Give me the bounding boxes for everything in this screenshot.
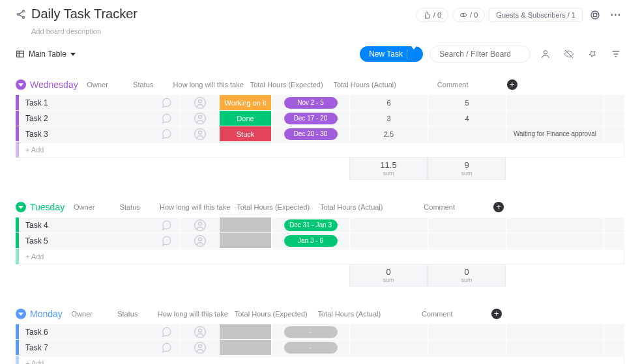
owner-cell[interactable] (180, 233, 219, 248)
col-header-status[interactable]: Status (117, 74, 169, 95)
actual-cell[interactable] (428, 217, 506, 232)
expected-cell[interactable] (349, 233, 428, 248)
comment-cell[interactable] (506, 233, 604, 248)
col-header-owner[interactable]: Owner (78, 74, 117, 95)
share-icon[interactable] (16, 9, 26, 20)
table-row[interactable]: Task 2 Done Dec 17 - 20 3 4 (16, 111, 624, 126)
group-collapse-toggle[interactable] (16, 309, 26, 319)
actual-cell[interactable]: 5 (428, 95, 506, 110)
actual-cell[interactable] (428, 324, 506, 339)
timeline-cell[interactable]: Dec 20 - 30 (271, 126, 349, 141)
expected-cell[interactable] (349, 217, 428, 232)
col-header-owner[interactable]: Owner (63, 303, 102, 324)
chat-icon[interactable] (153, 126, 180, 141)
add-row[interactable]: + Add (16, 142, 624, 158)
chat-icon[interactable] (153, 217, 180, 232)
status-cell[interactable]: Stuck (219, 126, 271, 141)
chat-icon[interactable] (153, 111, 180, 126)
table-row[interactable]: Task 7 - (16, 340, 624, 356)
col-header-comment[interactable]: Comment (404, 74, 502, 95)
table-row[interactable]: Task 3 Stuck Dec 20 - 30 2.5 Waiting for… (16, 126, 624, 142)
timeline-cell[interactable]: Jan 3 - 6 (271, 233, 349, 248)
comment-cell[interactable] (506, 217, 604, 232)
hide-icon[interactable] (560, 46, 577, 63)
chat-icon[interactable] (153, 233, 180, 248)
new-task-button[interactable]: New Task (360, 46, 423, 62)
col-header-expected[interactable]: Total Hours (Expected) (234, 197, 312, 217)
comment-cell[interactable] (506, 111, 604, 126)
timeline-cell[interactable]: - (271, 340, 349, 355)
col-header-expected[interactable]: Total Hours (Expected) (248, 74, 326, 95)
owner-cell[interactable] (180, 217, 219, 232)
board-title[interactable]: Daily Task Tracker (31, 7, 138, 21)
expected-cell[interactable]: 6 (349, 95, 428, 110)
table-row[interactable]: Task 6 - (16, 324, 624, 340)
status-cell[interactable] (219, 233, 271, 248)
timeline-cell[interactable]: Dec 17 - 20 (271, 111, 349, 126)
col-header-expected[interactable]: Total Hours (Expected) (232, 303, 310, 324)
owner-cell[interactable] (180, 324, 219, 339)
table-row[interactable]: Task 4 Dec 31 - Jan 3 (16, 217, 624, 233)
add-column-button[interactable]: + (488, 197, 509, 217)
chat-icon[interactable] (153, 340, 180, 355)
col-header-comment[interactable]: Comment (390, 197, 488, 217)
actual-cell[interactable] (428, 340, 506, 355)
table-row[interactable]: Task 1 Working on it Nov 2 - 5 6 5 (16, 95, 624, 111)
board-description[interactable]: Add board description (0, 26, 640, 42)
task-name-cell[interactable]: Task 4 (19, 217, 153, 232)
timeline-cell[interactable]: Dec 31 - Jan 3 (271, 217, 349, 232)
col-header-actual[interactable]: Total Hours (Actual) (312, 197, 390, 217)
owner-cell[interactable] (180, 111, 219, 126)
col-header-actual[interactable]: Total Hours (Actual) (310, 303, 388, 324)
timeline-cell[interactable]: - (271, 324, 349, 339)
col-header-timeline[interactable]: How long will this take (156, 197, 234, 217)
activity-pill-a[interactable]: / 0 (416, 8, 448, 22)
owner-cell[interactable] (180, 340, 219, 355)
activity-pill-b[interactable]: / 0 (452, 8, 485, 22)
col-header-timeline[interactable]: How long will this take (169, 74, 248, 95)
add-column-button[interactable]: + (502, 74, 523, 95)
expected-cell[interactable] (349, 340, 428, 355)
actual-cell[interactable] (428, 233, 506, 248)
members-button[interactable]: Guests & Subscribers / 1 (489, 8, 583, 22)
group-collapse-toggle[interactable] (16, 79, 26, 90)
search-input[interactable] (429, 46, 531, 63)
expected-cell[interactable]: 3 (349, 111, 428, 126)
add-column-button[interactable]: + (486, 303, 507, 324)
group-name[interactable]: Monday (30, 309, 63, 319)
col-header-status[interactable]: Status (104, 197, 156, 217)
chat-icon[interactable] (153, 95, 180, 110)
status-cell[interactable]: Working on it (219, 95, 271, 110)
task-name-cell[interactable]: Task 6 (19, 324, 153, 339)
status-cell[interactable] (219, 340, 271, 355)
owner-cell[interactable] (180, 126, 219, 141)
actual-cell[interactable]: 4 (428, 111, 506, 126)
status-cell[interactable] (219, 324, 271, 339)
table-row[interactable]: Task 5 Jan 3 - 6 (16, 233, 624, 249)
add-row[interactable]: + Add (16, 356, 624, 364)
timeline-cell[interactable]: Nov 2 - 5 (271, 95, 349, 110)
status-cell[interactable] (219, 217, 271, 232)
integrations-icon[interactable] (587, 7, 604, 23)
col-header-comment[interactable]: Comment (388, 303, 486, 324)
col-header-status[interactable]: Status (102, 303, 154, 324)
col-header-owner[interactable]: Owner (65, 197, 104, 217)
task-name-cell[interactable]: Task 7 (19, 340, 153, 355)
task-name-cell[interactable]: Task 2 (19, 111, 153, 126)
group-collapse-toggle[interactable] (16, 202, 26, 212)
person-filter-icon[interactable] (537, 46, 554, 63)
status-cell[interactable]: Done (219, 111, 271, 126)
pin-icon[interactable] (584, 46, 601, 63)
task-name-cell[interactable]: Task 1 (19, 95, 153, 110)
group-name[interactable]: Tuesday (30, 202, 65, 212)
filter-icon[interactable] (607, 46, 624, 63)
view-selector[interactable]: Main Table (16, 49, 76, 59)
more-icon[interactable]: ··· (607, 7, 624, 23)
task-name-cell[interactable]: Task 3 (19, 126, 153, 141)
comment-cell[interactable] (506, 340, 604, 355)
comment-cell[interactable] (506, 324, 604, 339)
expected-cell[interactable]: 2.5 (349, 126, 428, 141)
task-name-cell[interactable]: Task 5 (19, 233, 153, 248)
actual-cell[interactable] (428, 126, 506, 141)
col-header-timeline[interactable]: How long will this take (154, 303, 232, 324)
